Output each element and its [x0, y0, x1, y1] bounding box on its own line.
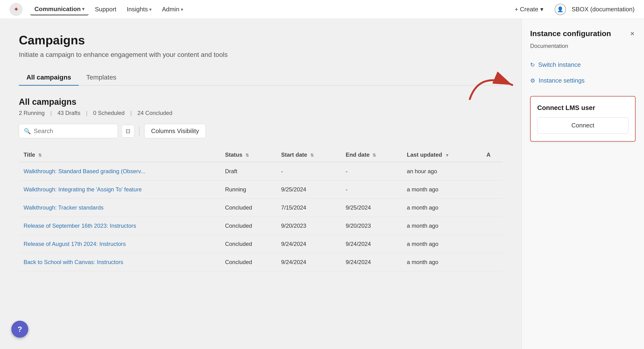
cell-end-2: 9/25/2024 — [341, 199, 402, 217]
page-title: Campaigns — [19, 33, 502, 47]
cell-end-0: - — [341, 162, 402, 181]
nav-right: + Create ▾ 👤 SBOX (documentation) — [509, 3, 634, 15]
col-start-label: Start date — [281, 152, 307, 158]
cell-a-2 — [482, 199, 502, 217]
cell-start-3: 9/20/2023 — [276, 217, 341, 235]
cell-start-0: - — [276, 162, 341, 181]
logo[interactable]: ✦ — [10, 3, 23, 16]
nav-label-support: Support — [95, 6, 116, 13]
chevron-down-icon: ▾ — [82, 6, 84, 12]
help-icon: ? — [18, 325, 22, 334]
nav-label-insights: Insights — [127, 6, 148, 13]
search-box[interactable]: 🔍 — [19, 124, 118, 138]
cell-end-5: 9/24/2024 — [341, 253, 402, 271]
tab-all-campaigns[interactable]: All campaigns — [19, 70, 79, 86]
instance-settings-item[interactable]: ⚙ Instance settings — [530, 73, 636, 89]
connect-lms-box: Connect LMS user Connect — [530, 96, 636, 142]
cell-start-2: 7/15/2024 — [276, 199, 341, 217]
sort-icon-start: ⇅ — [310, 153, 314, 158]
campaign-link-1[interactable]: Walkthrough: Integrating the 'Assign To'… — [24, 186, 142, 193]
user-avatar[interactable]: 👤 — [555, 4, 566, 15]
campaigns-section-title: All campaigns — [19, 97, 502, 107]
close-button[interactable]: × — [629, 28, 636, 39]
campaigns-table-body: Walkthrough: Standard Based grading (Obs… — [19, 162, 502, 271]
col-header-status[interactable]: Status ⇅ — [220, 148, 276, 162]
cell-title-2: Walkthrough: Tracker standards — [19, 199, 220, 217]
campaign-link-0[interactable]: Walkthrough: Standard Based grading (Obs… — [24, 168, 145, 174]
columns-visibility-button[interactable]: Columns Visibility — [144, 124, 206, 138]
filter-button[interactable]: ⊡ — [122, 125, 134, 138]
side-panel: Instance configuration × Documentation ↻… — [522, 19, 644, 349]
nav-item-admin[interactable]: Admin ▾ — [158, 4, 188, 15]
cell-updated-5: a month ago — [402, 253, 482, 271]
nav-label-communication: Communication — [34, 6, 80, 13]
table-row: Walkthrough: Integrating the 'Assign To'… — [19, 181, 502, 199]
col-end-label: End date — [346, 152, 370, 158]
cell-title-1: Walkthrough: Integrating the 'Assign To'… — [19, 181, 220, 199]
stat-concluded: 24 Concluded — [138, 110, 172, 116]
cell-a-5 — [482, 253, 502, 271]
user-icon-symbol: 👤 — [557, 6, 564, 13]
main-layout: Campaigns Initiate a campaign to enhance… — [0, 19, 644, 349]
create-button[interactable]: + Create ▾ — [509, 3, 549, 15]
side-panel-subtitle: Documentation — [530, 43, 636, 49]
cell-title-0: Walkthrough: Standard Based grading (Obs… — [19, 162, 220, 181]
tab-templates[interactable]: Templates — [79, 70, 124, 86]
cell-start-5: 9/24/2024 — [276, 253, 341, 271]
col-title-label: Title — [24, 152, 35, 158]
instance-settings-icon: ⚙ — [530, 77, 535, 84]
chevron-down-icon-admin: ▾ — [181, 7, 183, 12]
logo-icon: ✦ — [14, 6, 19, 13]
connect-button[interactable]: Connect — [537, 117, 628, 134]
create-label: + Create — [514, 6, 538, 13]
switch-instance-item[interactable]: ↻ Switch instance — [530, 57, 636, 73]
sort-icon-end: ⇅ — [372, 153, 376, 158]
cell-title-3: Release of September 16th 2023: Instruct… — [19, 217, 220, 235]
nav-items: Communication ▾ Support Insights ▾ Admin… — [30, 4, 509, 15]
cell-end-1: - — [341, 181, 402, 199]
cell-updated-0: an hour ago — [402, 162, 482, 181]
col-header-a: A — [482, 148, 502, 162]
table-row: Walkthrough: Tracker standards Concluded… — [19, 199, 502, 217]
table-row: Walkthrough: Standard Based grading (Obs… — [19, 162, 502, 181]
col-updated-label: Last updated — [407, 152, 442, 158]
col-header-last-updated[interactable]: Last updated ▼ — [402, 148, 482, 162]
cell-status-3: Concluded — [220, 217, 276, 235]
tabs: All campaigns Templates — [19, 70, 502, 86]
cell-a-0 — [482, 162, 502, 181]
cell-end-3: 9/20/2023 — [341, 217, 402, 235]
cell-updated-1: a month ago — [402, 181, 482, 199]
switch-instance-label: Switch instance — [538, 61, 581, 69]
nav-item-communication[interactable]: Communication ▾ — [30, 4, 89, 15]
cell-status-4: Concluded — [220, 235, 276, 253]
col-header-end-date[interactable]: End date ⇅ — [341, 148, 402, 162]
top-navigation: ✦ Communication ▾ Support Insights ▾ Adm… — [0, 0, 644, 19]
cell-updated-4: a month ago — [402, 235, 482, 253]
cell-updated-3: a month ago — [402, 217, 482, 235]
cell-title-4: Release of August 17th 2024: Instructors — [19, 235, 220, 253]
cell-a-3 — [482, 217, 502, 235]
search-input[interactable] — [34, 127, 113, 135]
campaign-link-5[interactable]: Back to School with Canvas: Instructors — [24, 259, 123, 265]
sort-icon-title: ⇅ — [38, 153, 42, 158]
table-header-row: Title ⇅ Status ⇅ Start date ⇅ End date ⇅ — [19, 148, 502, 162]
sort-icon-updated: ▼ — [445, 153, 449, 158]
instance-label: SBOX (documentation) — [572, 6, 634, 13]
stat-scheduled: 0 Scheduled — [93, 110, 124, 116]
filter-icon: ⊡ — [126, 128, 130, 135]
cell-status-5: Concluded — [220, 253, 276, 271]
cell-start-1: 9/25/2024 — [276, 181, 341, 199]
toolbar: 🔍 ⊡ Columns Visibility — [19, 124, 502, 138]
help-button[interactable]: ? — [11, 321, 28, 338]
campaign-link-3[interactable]: Release of September 16th 2023: Instruct… — [24, 222, 136, 229]
cell-end-4: 9/24/2024 — [341, 235, 402, 253]
nav-item-support[interactable]: Support — [90, 4, 120, 15]
campaign-link-2[interactable]: Walkthrough: Tracker standards — [24, 204, 104, 211]
nav-item-insights[interactable]: Insights ▾ — [122, 4, 156, 15]
cell-a-1 — [482, 181, 502, 199]
col-header-start-date[interactable]: Start date ⇅ — [276, 148, 341, 162]
cell-start-4: 9/24/2024 — [276, 235, 341, 253]
instance-settings-label: Instance settings — [539, 77, 584, 84]
campaign-link-4[interactable]: Release of August 17th 2024: Instructors — [24, 241, 126, 247]
col-header-title[interactable]: Title ⇅ — [19, 148, 220, 162]
